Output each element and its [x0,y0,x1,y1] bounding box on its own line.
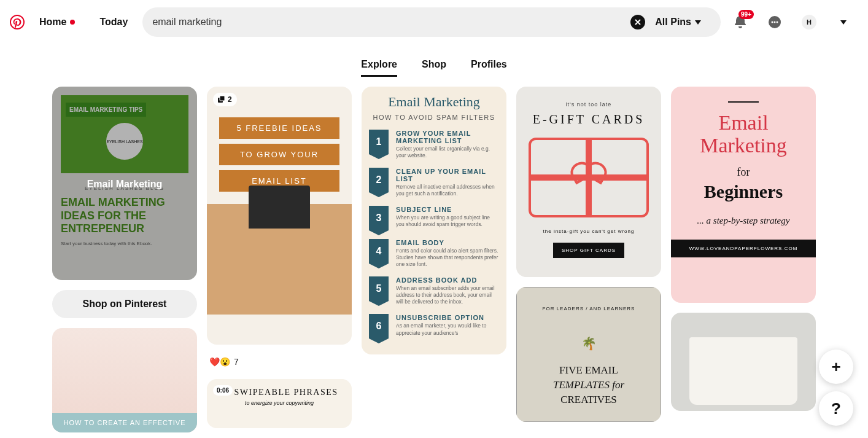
reaction-count: 7 [234,357,239,367]
step-heading: CLEAN UP YOUR EMAIL LIST [396,168,499,182]
pin-footer: WWW.LOVEANDPAPERFLOWERS.COM [671,240,816,257]
pin-egift-cards[interactable]: it's not too late E-GIFT CARDS the insta… [516,87,661,277]
step-desc: When you are writing a good subject line… [396,214,499,228]
list-item: 1GROW YOUR EMAIL MARKETING LISTCollect y… [369,130,499,159]
step-number: 1 [369,130,389,154]
reaction-emoji: ❤️😮 [209,357,230,367]
pin-subtitle: to energize your copywriting [215,400,343,406]
account-options-button[interactable] [829,7,858,37]
pin-tagline: FOR LEADERS / AND LEARNERS [529,306,648,311]
topic-overlay-label: Email Marketing [52,179,197,190]
pin-text-line: TO GROW YOUR [219,144,339,165]
notification-dot-icon [70,20,75,25]
step-desc: Collect your email list organically via … [396,146,499,159]
tab-profiles[interactable]: Profiles [471,54,507,77]
step-desc: Remove all inactive email addresses when… [396,184,499,197]
step-number: 5 [369,276,389,301]
pin-freebie-ideas[interactable]: 2 5 FREEBIE IDEAS TO GROW YOUR EMAIL LIS… [207,87,352,345]
list-item: 5ADDRESS BOOK ADDWhen an email subscribe… [369,276,499,305]
pin-text: Beginners [686,181,801,202]
notification-badge: 99+ [738,10,754,19]
pin-main-title: EMAIL MARKETING IDEAS FOR THE ENTREPENEU… [61,196,188,236]
bag-illustration [689,337,797,405]
notifications-button[interactable]: 99+ [726,7,755,37]
pin-tagline: the insta-gift you can't get wrong [529,229,649,234]
step-number: 2 [369,168,389,192]
pin-subtitle: HOW TO AVOID SPAM FILTERS [369,114,499,121]
pin-spam-filters[interactable]: Email Marketing HOW TO AVOID SPAM FILTER… [362,87,506,354]
messages-button[interactable] [760,7,789,37]
filter-dropdown[interactable]: All Pins [645,17,711,28]
step-heading: ADDRESS BOOK ADD [396,276,499,284]
list-item: 3SUBJECT LINEWhen you are writing a good… [369,206,499,230]
pin-tagline: it's not too late [529,101,649,108]
grid-column: Email Marketing for Beginners ... a step… [671,87,816,411]
list-item: 4EMAIL BODYFonts and color could also al… [369,239,499,268]
search-tabs: Explore Shop Profiles [0,44,868,87]
step-heading: SUBJECT LINE [396,206,499,213]
step-heading: EMAIL BODY [396,239,499,246]
step-desc: As an email marketer, you would like to … [396,323,499,336]
pin-email-beginners[interactable]: Email Marketing for Beginners ... a step… [671,87,816,303]
search-bar: All Pins [142,7,721,37]
pin-title: Email Marketing [686,111,801,157]
pin-tote-bag[interactable] [671,313,816,411]
clear-search-button[interactable] [630,15,645,29]
svg-point-1 [772,22,773,23]
tab-shop[interactable]: Shop [422,54,446,77]
grid-column: 2 5 FREEBIE IDEAS TO GROW YOUR EMAIL LIS… [207,87,352,428]
pin-circle-text: EYELISH LASHES [106,123,143,160]
step-desc: Fonts and color could also alert spam fi… [396,248,499,268]
pinterest-logo[interactable] [10,15,25,29]
step-number: 6 [369,314,389,338]
today-nav[interactable]: Today [90,9,138,35]
step-number: 4 [369,239,389,264]
palm-icon: 🌴 [529,336,648,351]
pin-cta-text: SHOP GIFT CARDS [553,243,624,258]
gift-card-icon [529,138,649,217]
pin-email-marketing-topic[interactable]: EMAIL MARKETING TIPS EYELISH LASHES EYEL… [52,87,197,280]
count-value: 2 [228,95,232,104]
step-number: 3 [369,206,389,230]
pin-title: 16 SWIPEABLE PHRASES [215,388,343,397]
svg-rect-5 [220,96,225,101]
pin-grid: EMAIL MARKETING TIPS EYELISH LASHES EYEL… [0,87,868,432]
pin-swipeable-phrases[interactable]: 0:06 16 SWIPEABLE PHRASES to energize yo… [207,379,352,428]
grid-column: it's not too late E-GIFT CARDS the insta… [516,87,661,422]
pin-reactions[interactable]: ❤️😮 7 [207,354,352,369]
header: Home Today All Pins 99+ H [0,0,868,44]
pin-title: Email Marketing [369,94,499,110]
divider-icon [728,101,759,103]
svg-point-2 [774,22,776,23]
svg-point-3 [777,22,778,23]
pin-email-templates[interactable]: FOR LEADERS / AND LEARNERS 🌴 FIVE EMAIL … [516,287,661,422]
list-item: 6UNSUBSCRIBE OPTIONAs an email marketer,… [369,314,499,338]
account-button[interactable]: H [794,7,824,37]
step-desc: When an email subscriber adds your email… [396,285,499,305]
list-item: 2CLEAN UP YOUR EMAIL LISTRemove all inac… [369,168,499,197]
pin-collection-count: 2 [213,93,237,106]
pin-banner-text: HOW TO CREATE AN EFFECTIVE [52,413,197,432]
chevron-down-icon [695,20,701,25]
grid-column: Email Marketing HOW TO AVOID SPAM FILTER… [362,87,506,354]
help-button[interactable]: ? [819,391,853,426]
home-nav[interactable]: Home [29,9,85,35]
shop-on-pinterest-button[interactable]: Shop on Pinterest [52,290,197,318]
pin-subtitle: Start your business today with this Eboo… [61,241,188,246]
pin-title: FIVE EMAIL TEMPLATES for CREATIVES [529,363,648,407]
avatar: H [802,15,816,29]
chevron-down-icon [840,20,847,25]
grid-column: EMAIL MARKETING TIPS EYELISH LASHES EYEL… [52,87,197,432]
video-duration: 0:06 [213,385,233,396]
step-heading: UNSUBSCRIBE OPTION [396,314,499,321]
pin-text: for [686,166,801,179]
create-button[interactable]: + [819,350,853,384]
pin-title: E-GIFT CARDS [529,112,649,127]
pin-badge-text: EMAIL MARKETING TIPS [66,103,146,117]
search-input[interactable] [152,17,630,28]
tab-explore[interactable]: Explore [361,54,397,77]
step-heading: GROW YOUR EMAIL MARKETING LIST [396,130,499,144]
pin-effective-flatlay[interactable]: HOW TO CREATE AN EFFECTIVE [52,328,197,432]
pin-subtitle: ... a step-by-step strategy [686,216,801,226]
pin-text-line: 5 FREEBIE IDEAS [219,117,339,139]
